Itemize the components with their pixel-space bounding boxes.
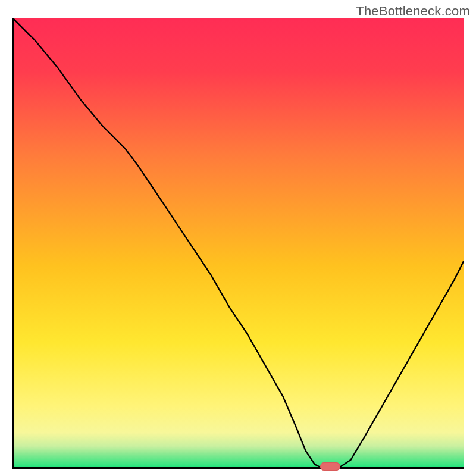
y-axis [12, 18, 14, 469]
plot-area [12, 18, 464, 469]
gradient-background [12, 18, 464, 469]
x-axis [12, 467, 464, 469]
plot-svg [12, 18, 464, 469]
bottleneck-chart: TheBottleneck.com [0, 0, 476, 476]
optimal-marker [320, 462, 340, 471]
attribution-label: TheBottleneck.com [356, 4, 470, 19]
